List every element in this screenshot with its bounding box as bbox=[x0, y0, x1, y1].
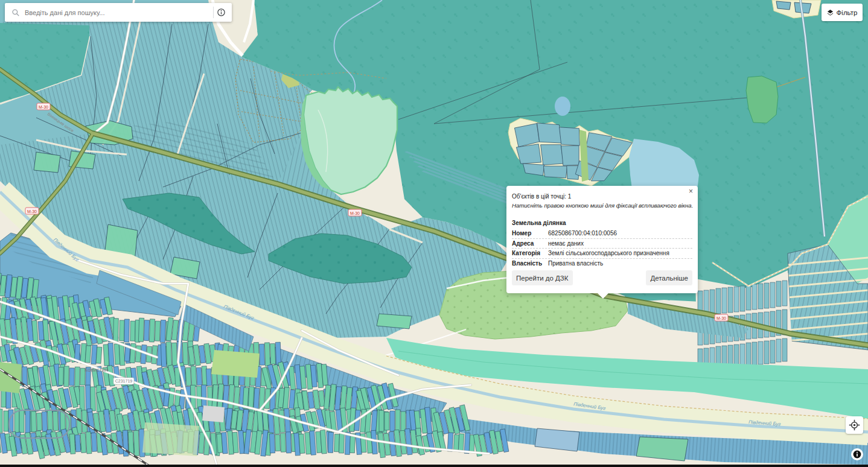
svg-text:С231719: С231719 bbox=[115, 379, 133, 383]
svg-text:М-30: М-30 bbox=[27, 209, 37, 214]
svg-text:М-30: М-30 bbox=[350, 211, 360, 215]
svg-text:Копистин: Копистин bbox=[85, 367, 108, 373]
svg-text:М-30: М-30 bbox=[716, 316, 726, 320]
svg-text:М-30: М-30 bbox=[39, 105, 48, 109]
